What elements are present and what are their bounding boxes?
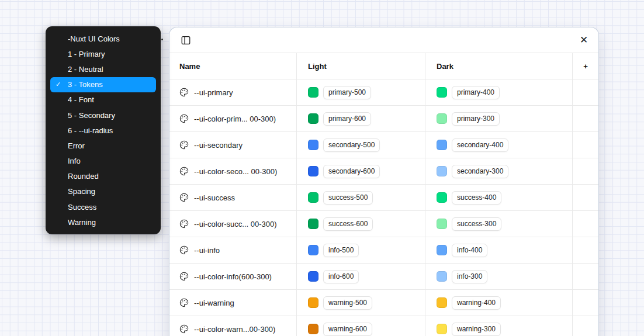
token-name-cell[interactable]: --ui-secondary xyxy=(169,132,297,158)
token-name: --ui-primary xyxy=(194,88,233,97)
dropdown-menu-item[interactable]: ✓ Rounded xyxy=(50,169,156,184)
dark-color-swatch[interactable] xyxy=(437,271,447,282)
row-end-cell xyxy=(573,264,598,290)
dropdown-menu-item[interactable]: ✓ -Nuxt UI Colors xyxy=(50,31,156,46)
light-color-badge[interactable]: primary-600 xyxy=(323,112,371,126)
dark-color-badge[interactable]: warning-300 xyxy=(452,323,501,336)
palette-icon xyxy=(179,298,189,307)
dropdown-menu-item[interactable]: ✓ Success xyxy=(50,199,156,214)
light-color-badge[interactable]: secondary-600 xyxy=(323,165,380,178)
table-row[interactable]: --ui-warning warning-500 warning-400 xyxy=(169,290,598,316)
light-color-badge[interactable]: success-500 xyxy=(323,191,373,205)
dropdown-menu-item[interactable]: ✓ Warning xyxy=(50,214,156,230)
light-color-swatch[interactable] xyxy=(308,87,318,98)
light-color-swatch[interactable] xyxy=(308,166,318,176)
dropdown-menu-item[interactable]: ✓ Spacing xyxy=(50,184,156,199)
token-name-cell[interactable]: --ui-info xyxy=(169,237,297,264)
dropdown-menu-item[interactable]: ✓ 5 - Secondary xyxy=(50,108,156,123)
plugin-toolbar: ✕ xyxy=(169,27,598,53)
token-name-cell[interactable]: --ui-success xyxy=(169,185,297,211)
dark-color-badge[interactable]: secondary-300 xyxy=(452,165,508,178)
light-value-cell: info-500 xyxy=(297,237,425,264)
dark-color-swatch[interactable] xyxy=(437,113,447,124)
light-color-swatch[interactable] xyxy=(308,219,318,229)
token-name: --ui-color-seco... 00-300) xyxy=(194,167,277,176)
table-row[interactable]: --ui-color-warn...00-300) warning-600 wa… xyxy=(169,316,598,336)
dark-color-badge[interactable]: warning-400 xyxy=(452,296,501,310)
light-color-swatch[interactable] xyxy=(308,140,318,150)
sidebar-toggle-icon[interactable] xyxy=(179,34,192,47)
dark-color-badge[interactable]: success-400 xyxy=(452,191,501,205)
dropdown-menu-item[interactable]: ✓ Info xyxy=(50,154,156,169)
token-name: --ui-color-info(600-300) xyxy=(194,272,272,281)
dark-color-swatch[interactable] xyxy=(437,245,447,255)
token-name-cell[interactable]: --ui-color-info(600-300) xyxy=(169,264,297,290)
dark-color-swatch[interactable] xyxy=(437,87,447,98)
light-color-swatch[interactable] xyxy=(308,297,318,308)
dark-color-badge[interactable]: info-300 xyxy=(452,270,487,283)
dark-color-badge[interactable]: info-400 xyxy=(452,244,487,257)
token-name-cell[interactable]: --ui-primary xyxy=(169,79,297,106)
figma-canvas: { "background": { "base_color": "#f6f7fb… xyxy=(0,0,644,336)
palette-icon xyxy=(179,167,189,176)
light-color-swatch[interactable] xyxy=(308,192,318,203)
palette-icon xyxy=(179,114,189,123)
dark-color-swatch[interactable] xyxy=(437,297,447,308)
dropdown-menu-item[interactable]: ✓ 1 - Primary xyxy=(50,46,156,61)
add-column-button[interactable]: + xyxy=(573,53,598,79)
light-color-badge[interactable]: info-600 xyxy=(323,270,359,283)
token-name-cell[interactable]: --ui-color-warn...00-300) xyxy=(169,316,297,336)
column-header-dark[interactable]: Dark xyxy=(425,53,573,79)
light-color-badge[interactable]: warning-600 xyxy=(323,323,372,336)
light-color-swatch[interactable] xyxy=(308,271,318,282)
check-icon: ✓ xyxy=(56,81,61,88)
dark-color-swatch[interactable] xyxy=(437,324,447,334)
token-name: --ui-info xyxy=(194,246,220,255)
palette-icon xyxy=(179,324,189,334)
light-value-cell: success-600 xyxy=(297,211,425,237)
table-row[interactable]: --ui-info info-500 info-400 xyxy=(169,237,598,264)
token-name: --ui-color-prim... 00-300) xyxy=(194,115,276,123)
light-color-badge[interactable]: primary-500 xyxy=(323,86,371,99)
dropdown-item-label: Info xyxy=(68,157,81,165)
dark-color-swatch[interactable] xyxy=(437,219,447,229)
light-color-badge[interactable]: info-500 xyxy=(323,244,359,257)
column-header-light[interactable]: Light xyxy=(297,53,425,79)
table-row[interactable]: --ui-primary primary-500 primary-400 xyxy=(169,79,598,106)
table-row[interactable]: --ui-secondary secondary-500 secondary-4… xyxy=(169,132,598,158)
token-name-cell[interactable]: --ui-color-seco... 00-300) xyxy=(169,158,297,185)
dropdown-menu-item[interactable]: ✓ 4 - Font xyxy=(50,92,156,108)
table-row[interactable]: --ui-color-prim... 00-300) primary-600 p… xyxy=(169,106,598,132)
dropdown-menu-item[interactable]: ✓ 6 - --ui-radius xyxy=(50,123,156,138)
table-row[interactable]: --ui-color-seco... 00-300) secondary-600… xyxy=(169,158,598,185)
table-row[interactable]: --ui-color-succ... 00-300) success-600 s… xyxy=(169,211,598,237)
table-row[interactable]: --ui-color-info(600-300) info-600 info-3… xyxy=(169,264,598,290)
token-name-cell[interactable]: --ui-color-prim... 00-300) xyxy=(169,106,297,132)
column-header-name[interactable]: Name xyxy=(169,53,297,79)
light-color-badge[interactable]: success-600 xyxy=(323,217,373,231)
dropdown-menu-item[interactable]: ✓ Error xyxy=(50,138,156,153)
dark-color-badge[interactable]: success-300 xyxy=(452,217,501,231)
dropdown-menu-item[interactable]: ✓ 3 - Tokens xyxy=(50,77,156,92)
dark-color-badge[interactable]: primary-300 xyxy=(452,112,500,126)
dropdown-item-label: 3 - Tokens xyxy=(68,80,103,89)
dark-color-badge[interactable]: secondary-400 xyxy=(452,138,508,152)
light-color-badge[interactable]: warning-500 xyxy=(323,296,372,310)
plugin-window: ✕ Name Light Dark + xyxy=(169,27,598,336)
light-color-swatch[interactable] xyxy=(308,245,318,255)
light-value-cell: warning-500 xyxy=(297,290,425,316)
close-icon[interactable]: ✕ xyxy=(577,34,590,47)
dark-color-swatch[interactable] xyxy=(437,166,447,176)
light-color-swatch[interactable] xyxy=(308,324,318,334)
light-color-swatch[interactable] xyxy=(308,113,318,124)
dropdown-menu-item[interactable]: ✓ 2 - Neutral xyxy=(50,61,156,77)
table-row[interactable]: --ui-success success-500 success-400 xyxy=(169,185,598,211)
dark-color-swatch[interactable] xyxy=(437,140,447,150)
token-name-cell[interactable]: --ui-warning xyxy=(169,290,297,316)
dark-color-badge[interactable]: primary-400 xyxy=(452,86,500,99)
table-body: --ui-primary primary-500 primary-400 xyxy=(169,79,598,336)
dark-value-cell: secondary-400 xyxy=(425,132,573,158)
dark-color-swatch[interactable] xyxy=(437,192,447,203)
light-color-badge[interactable]: secondary-500 xyxy=(323,138,380,152)
token-name-cell[interactable]: --ui-color-succ... 00-300) xyxy=(169,211,297,237)
